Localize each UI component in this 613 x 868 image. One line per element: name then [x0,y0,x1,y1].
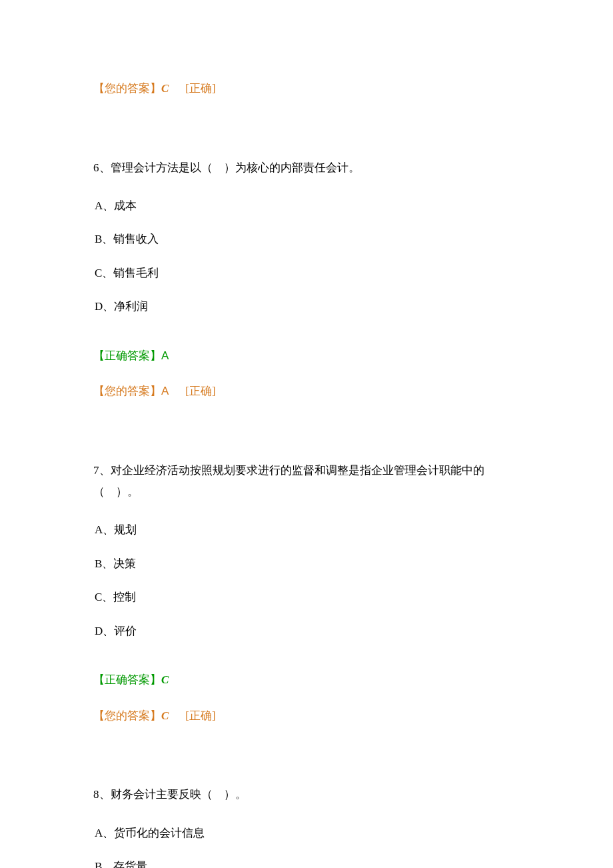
correct-answer-label: 【正确答案】 [93,349,161,362]
question-7-correct-answer: 【正确答案】C [93,671,520,689]
question-6-correct-answer: 【正确答案】A [93,347,520,365]
document-page: 【您的答案】C[正确] 6、管理会计方法是以（ ）为核心的内部责任会计。 A、成… [0,0,613,868]
question-8-stem: 8、财务会计主要反映（ ）。 [93,784,520,805]
correct-answer-value: A [161,349,169,362]
question-7-option-b: B、决策 [95,555,520,573]
question-6-your-answer: 【您的答案】A[正确] [93,383,520,400]
previous-your-answer-line: 【您的答案】C[正确] [93,80,520,97]
question-7-your-answer: 【您的答案】C[正确] [93,707,520,725]
question-8-option-a: A、货币化的会计信息 [95,825,520,842]
your-answer-label: 【您的答案】 [93,709,161,722]
your-answer-value: A [161,385,185,397]
question-7-stem: 7、对企业经济活动按照规划要求进行的监督和调整是指企业管理会计职能中的（ ）。 [93,460,520,503]
question-6-option-b: B、销售收入 [95,231,520,248]
question-6-option-c: C、销售毛利 [95,265,520,282]
question-7-option-c: C、控制 [95,589,520,606]
question-7-option-a: A、规划 [95,521,520,539]
correct-answer-value: C [161,673,169,686]
your-answer-label: 【您的答案】 [93,385,161,397]
your-answer-value: C [161,709,185,722]
answer-status: [正确] [185,385,215,397]
question-7-option-d: D、评价 [95,623,520,640]
correct-answer-label: 【正确答案】 [93,673,161,686]
question-6-stem: 6、管理会计方法是以（ ）为核心的内部责任会计。 [93,157,520,179]
question-6-option-d: D、净利润 [95,298,520,315]
question-8-option-b: B、存货量 [95,858,520,868]
your-answer-value: C [161,82,185,95]
answer-status: [正确] [185,82,215,95]
answer-status: [正确] [185,709,215,722]
your-answer-label: 【您的答案】 [93,82,161,95]
question-6-option-a: A、成本 [95,197,520,215]
